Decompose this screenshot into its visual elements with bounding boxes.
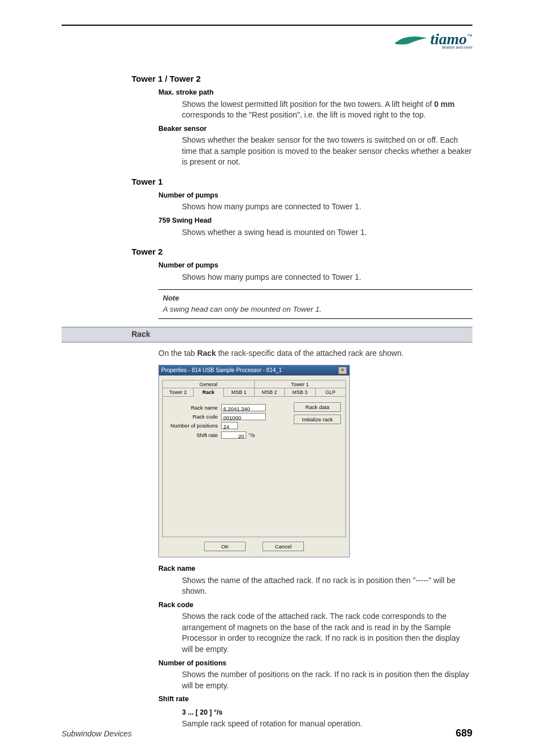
heading-tower-1: Tower 1 (132, 176, 472, 187)
body-max-stroke: Shows the lowest permitted lift position… (182, 99, 472, 121)
tab-panel: Rack data Initialize rack Rack name 6.20… (162, 396, 346, 537)
text-bold: Rack (197, 349, 216, 358)
tab-rack[interactable]: Rack (193, 388, 224, 397)
text: Shows the lowest permitted lift position… (182, 100, 434, 109)
text-bold: 0 mm (434, 100, 455, 109)
num-positions-field[interactable]: 24 (221, 422, 238, 429)
initialize-rack-button[interactable]: Initialize rack (294, 415, 341, 424)
body-num-positions: Shows the number of positions on the rac… (182, 669, 472, 691)
body-rack-code: Shows the rack code of the attached rack… (182, 611, 472, 655)
svg-point-0 (395, 42, 399, 44)
label-num-pumps-1: Number of pumps (158, 191, 472, 201)
rack-data-button[interactable]: Rack data (294, 402, 341, 412)
dialog-title: Properties - 814 USB Sample Processor - … (161, 367, 282, 374)
tab-msb1[interactable]: MSB 1 (223, 388, 255, 397)
trademark: ™ (467, 33, 472, 39)
shift-rate-unit: °/s (249, 431, 255, 439)
text: corresponds to the "Rest position", i.e.… (182, 110, 426, 119)
body-swing-head: Shows whether a swing head is mounted on… (182, 227, 472, 238)
section-rack: Rack (62, 327, 472, 342)
label-num-positions: Number of positions (158, 659, 472, 669)
tab-general[interactable]: General (162, 380, 255, 389)
label-shift-rate: Shift rate (158, 694, 472, 705)
label-max-stroke: Max. stroke path (158, 88, 472, 98)
note-box: Note A swing head can only be mounted on… (158, 289, 472, 319)
brand-name: tiamo (430, 30, 467, 48)
footer-section: Subwindow Devices (62, 729, 132, 738)
body-num-pumps-2: Shows how many pumps are connected to To… (182, 272, 472, 283)
note-body: A swing head can only be mounted on Towe… (163, 304, 468, 315)
heading-tower-2: Tower 2 (132, 246, 472, 257)
label-rack-code: Rack code (158, 600, 472, 611)
rack-name-label: Rack name (167, 404, 218, 411)
sub-shift-rate: 3 ... [ 20 ] °/s (182, 708, 472, 718)
text: On the tab (158, 349, 197, 358)
label-rack-name: Rack name (158, 564, 472, 574)
label-beaker-sensor: Beaker sensor (158, 124, 472, 134)
intro-text: On the tab Rack the rack-specific data o… (158, 348, 472, 359)
tab-tower2[interactable]: Tower 2 (162, 388, 194, 397)
ok-button[interactable]: OK (204, 542, 246, 551)
tab-tower1[interactable]: Tower 1 (254, 380, 346, 389)
shift-rate-label: Shift rate (167, 431, 218, 439)
page-number: 689 (456, 727, 472, 739)
dialog-footer: OK Cancel (159, 537, 349, 557)
body-rack-name: Shows the name of the attached rack. If … (182, 575, 472, 597)
brand-logo: tiamo™ titration and more (395, 32, 472, 49)
cancel-button[interactable]: Cancel (263, 542, 304, 551)
note-title: Note (163, 293, 468, 303)
label-num-pumps-2: Number of pumps (158, 261, 472, 271)
swoosh-icon (395, 32, 428, 49)
dialog-titlebar: Properties - 814 USB Sample Processor - … (159, 365, 349, 375)
rack-name-field[interactable]: 6.2041.340 (221, 404, 266, 411)
label-swing-head: 759 Swing Head (158, 216, 472, 226)
body-num-pumps-1: Shows how many pumps are connected to To… (182, 201, 472, 213)
heading-tower-1-2: Tower 1 / Tower 2 (132, 73, 472, 84)
body-beaker-sensor: Shows whether the beaker sensor for the … (182, 135, 472, 168)
tab-glp[interactable]: GLP (315, 388, 346, 397)
tab-msb3[interactable]: MSB 3 (284, 388, 316, 397)
num-positions-label: Number of positions (167, 422, 218, 429)
text: the rack-specific data of the attached r… (216, 349, 404, 358)
tab-msb2[interactable]: MSB 2 (254, 388, 285, 397)
dialog-screenshot: Properties - 814 USB Sample Processor - … (158, 365, 350, 557)
page-footer: Subwindow Devices 689 (62, 727, 472, 739)
rack-code-field[interactable]: 001000 (221, 413, 266, 420)
shift-rate-field[interactable]: 20 (221, 431, 246, 439)
close-icon[interactable]: × (338, 367, 347, 374)
header-rule (62, 25, 472, 26)
rack-code-label: Rack code (167, 413, 218, 420)
